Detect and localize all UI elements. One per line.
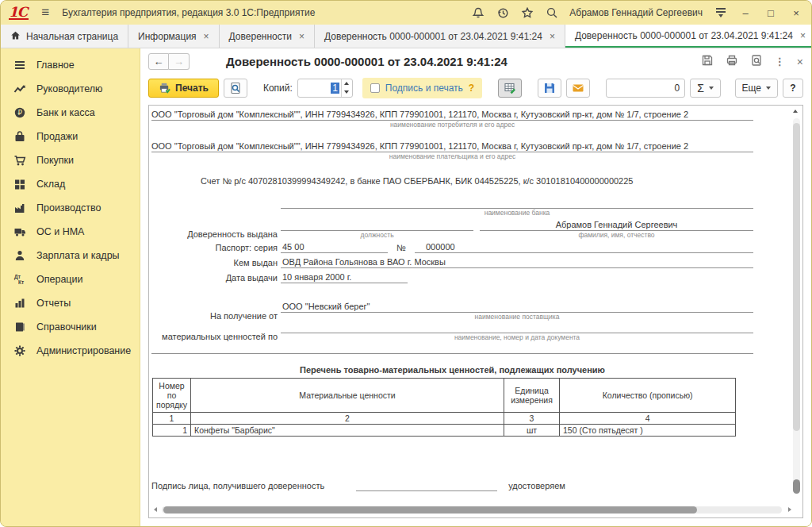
factory-icon [13, 202, 26, 215]
sidebar-item-sales[interactable]: Продажи [1, 125, 140, 148]
sidebar-item-purchases[interactable]: Покупки [1, 148, 140, 172]
tab-close-icon[interactable]: × [204, 31, 209, 42]
print-button-label: Печать [175, 83, 209, 94]
vertical-scrollbar[interactable] [793, 118, 800, 494]
supplier-caption: наименование поставщика [281, 313, 753, 321]
book-icon [13, 321, 26, 334]
tmc-table: Номер по порядку Материальные ценности Е… [152, 378, 736, 437]
copies-stepper[interactable]: 1 [297, 79, 353, 98]
sidebar-item-reports[interactable]: Отчеты [1, 291, 140, 315]
sidebar-item-manager[interactable]: Руководителю [1, 77, 140, 101]
window-title: Бухгалтерия предприятия, редакция 3.0 1С… [62, 7, 315, 18]
tmc-data-row: 1 Конфеты "Барбарис" шт 150 (Сто пятьдес… [153, 425, 736, 437]
copies-decrement[interactable] [342, 88, 352, 97]
sections-sidebar: Главное Руководителю ₽ Банк и касса Прод… [1, 48, 140, 526]
issued-by-label: Кем выдан [151, 257, 281, 268]
doc-toolbar: Печать Копий: 1 Подпись и печать [140, 75, 811, 101]
print-preview-button[interactable] [224, 79, 247, 98]
tab-information[interactable]: Информация × [128, 25, 220, 48]
favorites-star-icon[interactable] [520, 6, 534, 20]
home-icon [10, 30, 21, 43]
doc-title: Доверенность 0000-000001 от 23.04.2021 9… [226, 55, 508, 68]
tab-label: Доверенность 0000-000001 от 23.04.2021 9… [324, 31, 542, 42]
passport-number-sign: № [388, 242, 415, 253]
sidebar-item-administration[interactable]: Администрирование [1, 339, 140, 363]
horizontal-scrollbar[interactable] [162, 506, 782, 514]
sidebar-item-main[interactable]: Главное [1, 53, 140, 77]
debit-credit-icon: ДтКт [13, 273, 26, 287]
vertical-scrollbar-thumb[interactable] [793, 123, 800, 431]
doc-header: ← → Доверенность 0000-000001 от 23.04.20… [140, 48, 811, 75]
print-form-area: ООО "Торговый дом "Комплексный"", ИНН 77… [148, 105, 803, 518]
sidebar-item-label: Руководителю [36, 83, 102, 94]
tab-attorney-doc-1[interactable]: Доверенность 0000-000001 от 23.04.2021 9… [315, 25, 565, 48]
sum-button[interactable]: Σ [690, 79, 721, 98]
tab-close-icon[interactable]: × [800, 30, 806, 41]
main-menu-icon[interactable]: ≡ [36, 5, 54, 21]
close-doc-button[interactable]: × [797, 56, 803, 68]
counter-input[interactable] [606, 79, 685, 98]
current-user[interactable]: Абрамов Геннадий Сергеевич [569, 7, 703, 18]
search-icon[interactable] [545, 6, 558, 20]
tab-home[interactable]: Начальная страница [1, 25, 128, 48]
horizontal-scrollbar-thumb[interactable] [163, 506, 697, 514]
person-caption: фамилия, имя, отчество [480, 231, 753, 240]
sign-and-stamp-checkbox[interactable] [370, 83, 380, 93]
issued-label: Доверенность выдана [151, 229, 281, 240]
help-button[interactable]: ? [783, 79, 803, 98]
scroll-up-arrow-icon[interactable] [793, 110, 798, 113]
sidebar-item-fixed-assets[interactable]: ОС и НМА [1, 220, 140, 244]
ruble-glyph: ₽ [17, 109, 22, 117]
maximize-button[interactable]: □ [764, 7, 778, 19]
nav-forward-button[interactable]: → [169, 53, 190, 70]
nav-back-button[interactable]: ← [148, 53, 169, 70]
notifications-bell-icon[interactable] [471, 6, 485, 20]
preview-icon[interactable] [750, 54, 763, 70]
print-button[interactable]: Печать [148, 79, 219, 98]
more-menu-dots-icon[interactable]: ⋮ [775, 56, 785, 67]
service-settings-icon[interactable] [714, 6, 727, 20]
titlebar: 1С ≡ Бухгалтерия предприятия, редакция 3… [1, 1, 811, 25]
tab-close-icon[interactable]: × [550, 31, 555, 42]
quantity-cell: 150 (Сто пятьдесят ) [560, 425, 736, 437]
tab-attorney-doc-2-active[interactable]: Доверенность 0000-000001 от 23.04.2021 9… [565, 25, 812, 48]
sigma-label: Σ [697, 82, 704, 94]
chevron-down-icon [709, 87, 714, 90]
history-icon[interactable] [496, 6, 509, 20]
sidebar-item-salary-hr[interactable]: Зарплата и кадры [1, 244, 140, 267]
copies-increment[interactable] [342, 79, 352, 88]
copies-label: Копий: [263, 83, 293, 94]
print-form: ООО "Торговый дом "Комплексный"", ИНН 77… [151, 109, 753, 497]
sidebar-item-warehouse[interactable]: Склад [1, 172, 140, 196]
send-email-button[interactable] [566, 79, 590, 98]
tmc-list-title: Перечень товарно-материальных ценностей,… [151, 365, 753, 375]
tab-bar: Начальная страница Информация × Доверенн… [1, 25, 811, 48]
person-icon [13, 249, 26, 263]
sidebar-item-label: Отчеты [36, 298, 71, 309]
more-button-label: Еще [742, 83, 761, 94]
close-window-button[interactable]: × [789, 7, 803, 19]
sidebar-item-production[interactable]: Производство [1, 196, 140, 220]
print-icon[interactable] [726, 54, 738, 70]
scroll-down-nub[interactable] [793, 479, 800, 494]
save-file-button[interactable] [538, 79, 561, 98]
col-number: 3 [504, 413, 560, 425]
bank-caption: наименование банка [281, 209, 753, 217]
passport-series: 45 00 [281, 241, 388, 253]
scroll-right-arrow-icon[interactable] [788, 507, 791, 512]
tab-attorneys-list[interactable]: Доверенности × [220, 25, 315, 48]
sign-and-stamp-help-link[interactable]: ? [469, 83, 474, 94]
sidebar-item-label: Справочники [36, 321, 97, 333]
more-button[interactable]: Еще [735, 79, 778, 98]
save-icon[interactable] [701, 54, 714, 70]
signature-label: Подпись лица, получившего доверенность [151, 480, 324, 491]
sidebar-item-operations[interactable]: ДтКт Операции [1, 267, 140, 291]
edit-table-button[interactable] [498, 79, 522, 98]
sidebar-item-directories[interactable]: Справочники [1, 315, 140, 339]
sidebar-item-bank-cash[interactable]: ₽ Банк и касса [1, 101, 140, 125]
minimize-button[interactable]: – [738, 7, 753, 19]
issued-by-value: ОВД Района Гольянова в ВАО г. Москвы [281, 256, 753, 268]
sign-and-stamp-label[interactable]: Подпись и печать [385, 83, 463, 94]
tab-close-icon[interactable]: × [299, 31, 304, 42]
scroll-left-arrow-icon[interactable] [154, 507, 157, 512]
